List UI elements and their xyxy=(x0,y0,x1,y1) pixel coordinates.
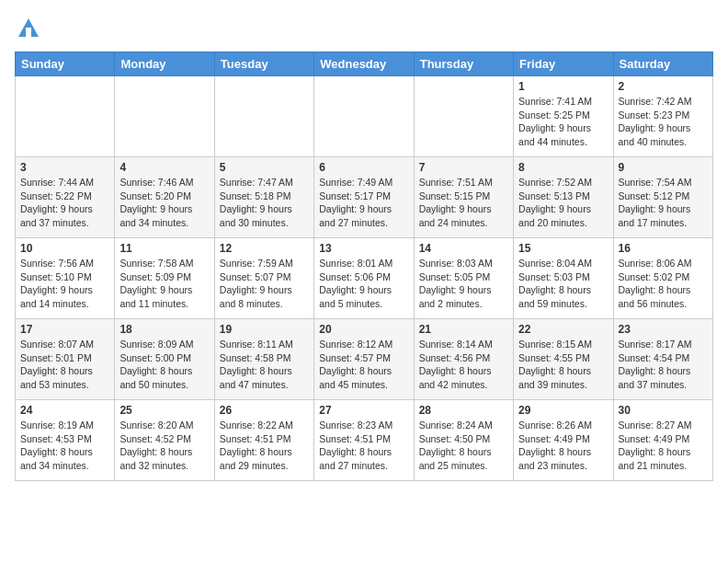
calendar-cell: 13Sunrise: 8:01 AMSunset: 5:06 PMDayligh… xyxy=(314,238,414,319)
calendar-cell: 4Sunrise: 7:46 AMSunset: 5:20 PMDaylight… xyxy=(115,157,214,238)
day-number: 3 xyxy=(20,161,109,174)
day-number: 28 xyxy=(419,404,508,417)
day-info: Sunrise: 7:49 AMSunset: 5:17 PMDaylight:… xyxy=(319,176,408,230)
calendar-week-row: 3Sunrise: 7:44 AMSunset: 5:22 PMDaylight… xyxy=(16,157,713,238)
calendar-cell: 28Sunrise: 8:24 AMSunset: 4:50 PMDayligh… xyxy=(414,400,513,481)
calendar-cell xyxy=(115,76,214,157)
day-info: Sunrise: 7:58 AMSunset: 5:09 PMDaylight:… xyxy=(119,257,209,311)
day-info: Sunrise: 8:04 AMSunset: 5:03 PMDaylight:… xyxy=(518,257,608,311)
header xyxy=(15,15,713,42)
day-number: 25 xyxy=(119,404,209,417)
calendar-cell: 9Sunrise: 7:54 AMSunset: 5:12 PMDaylight… xyxy=(613,157,712,238)
calendar-cell: 21Sunrise: 8:14 AMSunset: 4:56 PMDayligh… xyxy=(414,319,513,400)
day-number: 17 xyxy=(20,323,109,336)
calendar-week-row: 17Sunrise: 8:07 AMSunset: 5:01 PMDayligh… xyxy=(16,319,713,400)
day-info: Sunrise: 8:06 AMSunset: 5:02 PMDaylight:… xyxy=(619,257,708,311)
calendar-cell xyxy=(314,76,414,157)
day-number: 26 xyxy=(220,404,309,417)
day-info: Sunrise: 8:20 AMSunset: 4:52 PMDaylight:… xyxy=(119,419,209,473)
calendar-day-header: Saturday xyxy=(613,52,712,76)
day-info: Sunrise: 8:01 AMSunset: 5:06 PMDaylight:… xyxy=(319,257,408,311)
day-number: 23 xyxy=(619,323,708,336)
calendar-cell: 1Sunrise: 7:41 AMSunset: 5:25 PMDaylight… xyxy=(514,76,613,157)
calendar-day-header: Monday xyxy=(115,52,214,76)
day-info: Sunrise: 8:23 AMSunset: 4:51 PMDaylight:… xyxy=(319,419,408,473)
day-info: Sunrise: 8:26 AMSunset: 4:49 PMDaylight:… xyxy=(518,419,608,473)
calendar-cell: 3Sunrise: 7:44 AMSunset: 5:22 PMDaylight… xyxy=(16,157,115,238)
day-info: Sunrise: 8:24 AMSunset: 4:50 PMDaylight:… xyxy=(419,419,508,473)
svg-rect-1 xyxy=(26,28,31,37)
calendar-cell: 30Sunrise: 8:27 AMSunset: 4:49 PMDayligh… xyxy=(613,400,712,481)
calendar-cell: 15Sunrise: 8:04 AMSunset: 5:03 PMDayligh… xyxy=(514,238,613,319)
day-info: Sunrise: 7:56 AMSunset: 5:10 PMDaylight:… xyxy=(20,257,109,311)
calendar-day-header: Sunday xyxy=(16,52,115,76)
day-info: Sunrise: 7:47 AMSunset: 5:18 PMDaylight:… xyxy=(220,176,309,230)
calendar-cell: 18Sunrise: 8:09 AMSunset: 5:00 PMDayligh… xyxy=(115,319,214,400)
calendar-cell: 22Sunrise: 8:15 AMSunset: 4:55 PMDayligh… xyxy=(514,319,613,400)
day-info: Sunrise: 7:42 AMSunset: 5:23 PMDaylight:… xyxy=(619,95,708,149)
day-info: Sunrise: 7:54 AMSunset: 5:12 PMDaylight:… xyxy=(619,176,708,230)
day-number: 29 xyxy=(518,404,608,417)
day-number: 15 xyxy=(518,242,608,255)
day-number: 20 xyxy=(319,323,408,336)
day-info: Sunrise: 7:44 AMSunset: 5:22 PMDaylight:… xyxy=(20,176,109,230)
day-info: Sunrise: 8:12 AMSunset: 4:57 PMDaylight:… xyxy=(319,338,408,392)
day-info: Sunrise: 8:09 AMSunset: 5:00 PMDaylight:… xyxy=(119,338,209,392)
day-info: Sunrise: 8:17 AMSunset: 4:54 PMDaylight:… xyxy=(619,338,708,392)
calendar-cell xyxy=(414,76,513,157)
calendar-day-header: Tuesday xyxy=(214,52,313,76)
calendar-cell: 17Sunrise: 8:07 AMSunset: 5:01 PMDayligh… xyxy=(16,319,115,400)
day-info: Sunrise: 7:46 AMSunset: 5:20 PMDaylight:… xyxy=(119,176,209,230)
logo-icon xyxy=(15,15,42,42)
calendar-cell: 5Sunrise: 7:47 AMSunset: 5:18 PMDaylight… xyxy=(214,157,313,238)
day-number: 14 xyxy=(419,242,508,255)
logo xyxy=(15,15,46,42)
day-info: Sunrise: 8:27 AMSunset: 4:49 PMDaylight:… xyxy=(619,419,708,473)
day-info: Sunrise: 7:41 AMSunset: 5:25 PMDaylight:… xyxy=(518,95,608,149)
calendar-day-header: Friday xyxy=(514,52,613,76)
day-number: 16 xyxy=(619,242,708,255)
day-number: 19 xyxy=(220,323,309,336)
calendar-cell: 20Sunrise: 8:12 AMSunset: 4:57 PMDayligh… xyxy=(314,319,414,400)
day-info: Sunrise: 8:22 AMSunset: 4:51 PMDaylight:… xyxy=(220,419,309,473)
day-number: 22 xyxy=(518,323,608,336)
day-number: 10 xyxy=(20,242,109,255)
calendar-cell: 6Sunrise: 7:49 AMSunset: 5:17 PMDaylight… xyxy=(314,157,414,238)
calendar-cell: 16Sunrise: 8:06 AMSunset: 5:02 PMDayligh… xyxy=(613,238,712,319)
day-number: 18 xyxy=(119,323,209,336)
calendar-week-row: 24Sunrise: 8:19 AMSunset: 4:53 PMDayligh… xyxy=(16,400,713,481)
day-info: Sunrise: 8:19 AMSunset: 4:53 PMDaylight:… xyxy=(20,419,109,473)
calendar-cell: 26Sunrise: 8:22 AMSunset: 4:51 PMDayligh… xyxy=(214,400,313,481)
day-info: Sunrise: 8:14 AMSunset: 4:56 PMDaylight:… xyxy=(419,338,508,392)
day-number: 2 xyxy=(619,80,708,93)
day-number: 21 xyxy=(419,323,508,336)
calendar-cell: 27Sunrise: 8:23 AMSunset: 4:51 PMDayligh… xyxy=(314,400,414,481)
calendar-cell: 12Sunrise: 7:59 AMSunset: 5:07 PMDayligh… xyxy=(214,238,313,319)
day-info: Sunrise: 7:51 AMSunset: 5:15 PMDaylight:… xyxy=(419,176,508,230)
calendar-cell: 2Sunrise: 7:42 AMSunset: 5:23 PMDaylight… xyxy=(613,76,712,157)
calendar-cell: 19Sunrise: 8:11 AMSunset: 4:58 PMDayligh… xyxy=(214,319,313,400)
calendar-cell: 7Sunrise: 7:51 AMSunset: 5:15 PMDaylight… xyxy=(414,157,513,238)
day-number: 24 xyxy=(20,404,109,417)
day-number: 4 xyxy=(119,161,209,174)
day-number: 8 xyxy=(518,161,608,174)
calendar-header-row: SundayMondayTuesdayWednesdayThursdayFrid… xyxy=(16,52,713,76)
calendar-cell: 14Sunrise: 8:03 AMSunset: 5:05 PMDayligh… xyxy=(414,238,513,319)
calendar-day-header: Thursday xyxy=(414,52,513,76)
day-info: Sunrise: 8:03 AMSunset: 5:05 PMDaylight:… xyxy=(419,257,508,311)
day-info: Sunrise: 8:15 AMSunset: 4:55 PMDaylight:… xyxy=(518,338,608,392)
day-info: Sunrise: 7:59 AMSunset: 5:07 PMDaylight:… xyxy=(220,257,309,311)
day-number: 7 xyxy=(419,161,508,174)
calendar-cell: 10Sunrise: 7:56 AMSunset: 5:10 PMDayligh… xyxy=(16,238,115,319)
day-number: 9 xyxy=(619,161,708,174)
calendar-week-row: 10Sunrise: 7:56 AMSunset: 5:10 PMDayligh… xyxy=(16,238,713,319)
day-number: 1 xyxy=(518,80,608,93)
calendar-cell: 8Sunrise: 7:52 AMSunset: 5:13 PMDaylight… xyxy=(514,157,613,238)
day-info: Sunrise: 7:52 AMSunset: 5:13 PMDaylight:… xyxy=(518,176,608,230)
day-number: 13 xyxy=(319,242,408,255)
calendar-cell: 24Sunrise: 8:19 AMSunset: 4:53 PMDayligh… xyxy=(16,400,115,481)
page: SundayMondayTuesdayWednesdayThursdayFrid… xyxy=(0,0,728,563)
calendar-cell xyxy=(16,76,115,157)
calendar-table: SundayMondayTuesdayWednesdayThursdayFrid… xyxy=(15,52,713,481)
day-number: 5 xyxy=(220,161,309,174)
